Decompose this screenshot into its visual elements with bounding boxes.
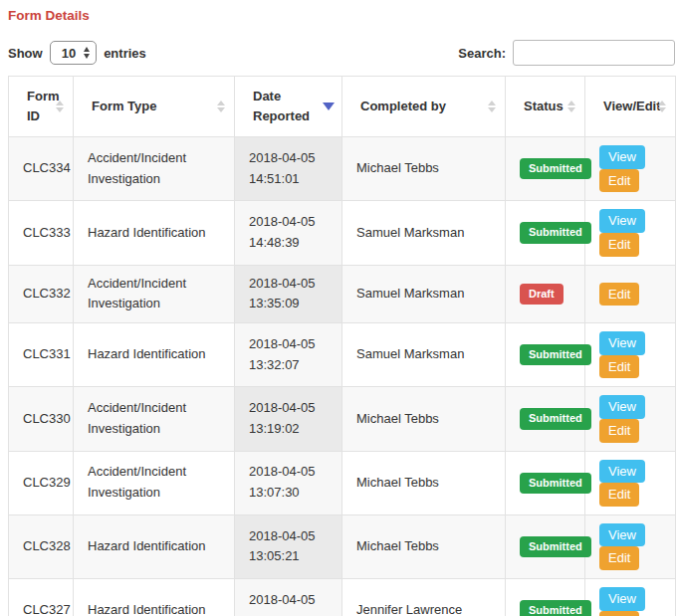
actions-cell: ViewEdit [585,514,676,578]
completed-by-cell: Samuel Marksman [342,265,506,323]
status-badge: Submitted [520,158,591,179]
column-header-label: Form ID [27,89,60,123]
date-reported-cell: 2018-04-05 13:32:07 [235,323,342,387]
status-badge: Submitted [520,408,591,429]
date-reported-cell: 2018-04-05 13:35:09 [235,265,342,323]
status-cell: Submitted [506,323,585,387]
edit-button[interactable]: Edit [599,233,639,257]
edit-button[interactable]: Edit [599,355,639,379]
table-row: CLC330 Accident/Incident Investigation 2… [9,387,676,451]
table-row: CLC327 Hazard Identification 2018-04-05 … [9,579,676,616]
completed-by-cell: Michael Tebbs [342,514,506,578]
sort-both-icon [567,101,575,112]
status-badge: Submitted [520,600,591,616]
table-row: CLC332 Accident/Incident Investigation 2… [9,265,676,323]
form-type-cell: Hazard Identification [74,201,235,265]
actions-cell: Edit [585,265,676,323]
page-title: Form Details [8,8,675,23]
column-header-label: Completed by [360,99,446,113]
form-type-cell: Hazard Identification [74,323,235,387]
status-badge: Submitted [520,222,591,243]
show-label: Show [8,46,43,61]
completed-by-cell: Michael Tebbs [342,451,506,514]
sort-both-icon [217,101,225,112]
column-header-form-type[interactable]: Form Type [74,77,235,137]
page-length-control: Show 10 entries [8,41,146,65]
form-type-cell: Hazard Identification [74,514,235,578]
select-stepper-icon [84,47,90,59]
status-badge: Submitted [520,344,591,365]
view-button[interactable]: View [599,331,645,355]
table-row: CLC331 Hazard Identification 2018-04-05 … [9,323,676,387]
form-details-table: Form ID Form Type Date Reported Complete… [8,76,676,616]
status-cell: Submitted [506,201,585,265]
entries-select[interactable]: 10 [50,41,97,65]
column-header-label: Form Type [92,99,157,113]
form-id-cell: CLC333 [9,201,74,265]
status-badge: Submitted [520,536,591,557]
form-id-cell: CLC328 [9,514,74,578]
actions-cell: ViewEdit [585,451,676,514]
form-type-cell: Accident/Incident Investigation [74,265,235,323]
column-header-completed-by[interactable]: Completed by [342,77,506,137]
column-header-view-edit[interactable]: View/Edit [585,77,676,137]
completed-by-cell: Samuel Marksman [342,201,506,265]
completed-by-cell: Michael Tebbs [342,387,506,451]
sort-both-icon [56,101,64,112]
view-button[interactable]: View [599,395,645,419]
view-button[interactable]: View [599,209,645,233]
form-type-cell: Accident/Incident Investigation [74,451,235,514]
view-button[interactable]: View [599,460,645,484]
form-type-cell: Hazard Identification [74,579,235,616]
date-reported-cell: 2018-04-05 13:05:21 [235,514,342,578]
form-id-cell: CLC332 [9,265,74,323]
table-row: CLC334 Accident/Incident Investigation 2… [9,137,676,201]
column-header-date-reported[interactable]: Date Reported [235,77,342,137]
view-button[interactable]: View [599,145,645,169]
search-control: Search: [458,40,675,66]
completed-by-cell: Michael Tebbs [342,137,506,201]
date-reported-cell: 2018-04-05 13:19:02 [235,387,342,451]
column-header-label: View/Edit [603,99,661,113]
date-reported-cell: 2018-04-05 13:07:30 [235,451,342,514]
status-cell: Draft [506,265,585,323]
actions-cell: ViewEdit [585,137,676,201]
edit-button[interactable]: Edit [599,546,639,570]
date-reported-cell: 2018-04-05 14:48:39 [235,201,342,265]
completed-by-cell: Jennifer Lawrence [342,579,506,616]
date-reported-cell: 2018-04-05 13:01:59 [235,579,342,616]
edit-button[interactable]: Edit [599,483,639,507]
edit-button[interactable]: Edit [599,611,639,616]
form-type-cell: Accident/Incident Investigation [74,387,235,451]
table-row: CLC328 Hazard Identification 2018-04-05 … [9,514,676,578]
edit-button[interactable]: Edit [599,169,639,193]
view-button[interactable]: View [599,523,645,547]
form-id-cell: CLC330 [9,387,74,451]
status-badge: Submitted [520,473,591,494]
form-id-cell: CLC331 [9,323,74,387]
status-cell: Submitted [506,451,585,514]
form-type-cell: Accident/Incident Investigation [74,137,235,201]
form-id-cell: CLC334 [9,137,74,201]
column-header-form-id[interactable]: Form ID [9,77,74,137]
sort-both-icon [488,101,496,112]
edit-button[interactable]: Edit [599,283,639,307]
completed-by-cell: Samuel Marksman [342,323,506,387]
column-header-status[interactable]: Status [506,77,585,137]
edit-button[interactable]: Edit [599,419,639,443]
column-header-label: Date Reported [253,89,310,123]
status-cell: Submitted [506,579,585,616]
sort-desc-icon [323,103,335,110]
table-header-row: Form ID Form Type Date Reported Complete… [9,77,676,137]
actions-cell: ViewEdit [585,579,676,616]
view-button[interactable]: View [599,587,645,611]
actions-cell: ViewEdit [585,387,676,451]
form-id-cell: CLC329 [9,451,74,514]
table-controls: Show 10 entries Search: [8,40,675,66]
table-row: CLC333 Hazard Identification 2018-04-05 … [9,201,676,265]
status-cell: Submitted [506,137,585,201]
actions-cell: ViewEdit [585,201,676,265]
search-input[interactable] [513,40,675,66]
search-label: Search: [458,46,506,61]
entries-select-value: 10 [62,46,76,61]
